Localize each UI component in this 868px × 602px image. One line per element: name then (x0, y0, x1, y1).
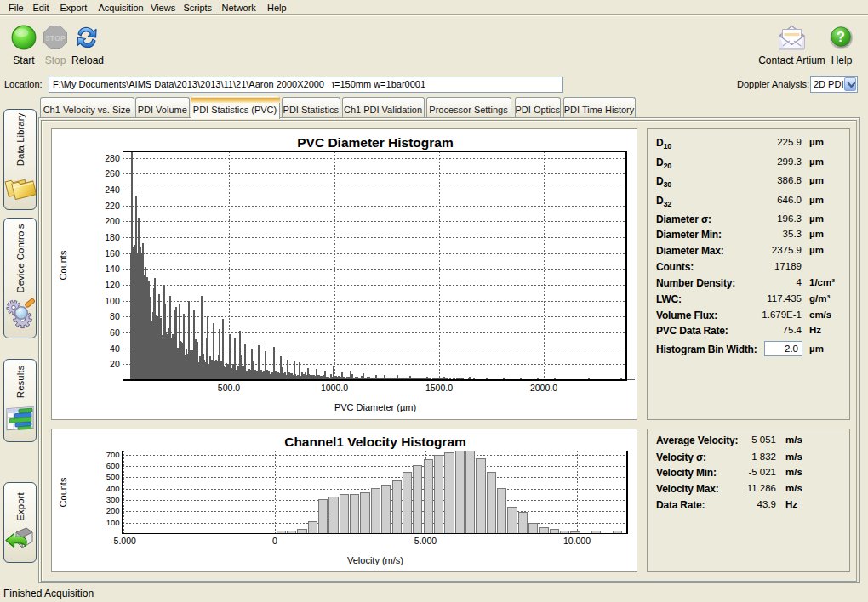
svg-text:1500.0: 1500.0 (425, 383, 453, 393)
svg-text:80: 80 (110, 311, 120, 321)
svg-text:220: 220 (105, 201, 120, 211)
svg-text:280: 280 (105, 153, 120, 163)
svg-text:100: 100 (105, 296, 120, 306)
svg-text:500: 500 (106, 472, 120, 481)
svg-text:1000.0: 1000.0 (321, 383, 348, 393)
svg-text:STOP: STOP (45, 34, 66, 43)
svg-text:120: 120 (105, 280, 120, 290)
svg-text:2000.0: 2000.0 (530, 383, 557, 393)
svg-text:200: 200 (106, 506, 120, 515)
svg-text:Counts: Counts (58, 250, 68, 280)
svg-text:200: 200 (105, 216, 120, 226)
svg-text:?: ? (837, 30, 845, 44)
svg-text:PVC Diameter Histogram: PVC Diameter Histogram (297, 135, 453, 150)
svg-text:700: 700 (106, 450, 120, 459)
svg-text:160: 160 (105, 248, 120, 258)
svg-text:60: 60 (110, 327, 120, 338)
svg-text:140: 140 (105, 264, 120, 274)
svg-text:500.0: 500.0 (218, 383, 240, 393)
svg-text:Velocity (m/s): Velocity (m/s) (347, 555, 403, 565)
svg-text:Channel1 Velocity Histogram: Channel1 Velocity Histogram (284, 434, 466, 449)
svg-text:40: 40 (110, 344, 120, 354)
svg-text:Counts: Counts (58, 477, 68, 507)
svg-text:PVC Diameter (µm): PVC Diameter (µm) (334, 402, 416, 412)
svg-text:100: 100 (106, 518, 120, 527)
svg-text:5.000: 5.000 (414, 536, 437, 546)
svg-text:20: 20 (110, 359, 120, 369)
svg-text:0: 0 (272, 536, 277, 546)
svg-text:10.000: 10.000 (563, 536, 591, 546)
svg-text:240: 240 (105, 185, 120, 195)
svg-text:180: 180 (105, 232, 120, 242)
svg-text:260: 260 (105, 168, 120, 179)
svg-text:-5.000: -5.000 (111, 536, 136, 546)
svg-text:300: 300 (106, 495, 120, 504)
svg-text:600: 600 (106, 461, 120, 470)
svg-text:400: 400 (106, 484, 120, 493)
